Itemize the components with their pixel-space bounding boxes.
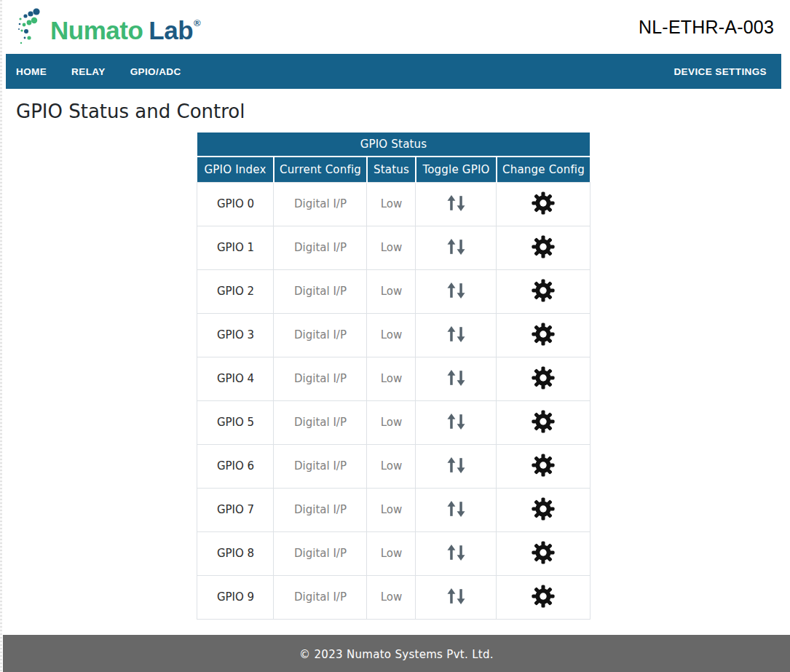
toggle-gpio-button[interactable] <box>444 193 468 213</box>
gpio-index-cell: GPIO 3 <box>197 313 274 357</box>
toggle-gpio-button[interactable] <box>444 280 468 301</box>
current-config-cell: Digital I/P <box>274 313 367 357</box>
up-down-arrows-icon <box>446 194 467 212</box>
gpio-index-cell: GPIO 6 <box>197 444 274 488</box>
toggle-gpio-cell <box>416 226 497 269</box>
toggle-gpio-cell <box>416 444 497 488</box>
toggle-gpio-button[interactable] <box>444 324 468 344</box>
current-config-cell: Digital I/P <box>274 182 367 226</box>
nav-left-group: HOME RELAY GPIO/ADC <box>16 66 181 77</box>
gpio-status-table: GPIO Status GPIO Index Current Config St… <box>197 133 590 620</box>
site-header: NumatoLab® NL-ETHR-A-003 <box>0 0 790 54</box>
toggle-gpio-cell <box>416 575 497 619</box>
up-down-arrows-icon <box>446 238 467 256</box>
up-down-arrows-icon <box>446 369 467 387</box>
main-navbar: HOME RELAY GPIO/ADC DEVICE SETTINGS <box>6 54 781 89</box>
table-row: GPIO 2 Digital I/P Low <box>197 269 590 313</box>
change-config-cell <box>497 575 590 619</box>
current-config-cell: Digital I/P <box>274 531 367 575</box>
toggle-gpio-button[interactable] <box>444 368 468 388</box>
table-caption: GPIO Status <box>197 133 590 157</box>
toggle-gpio-cell <box>416 400 497 444</box>
nav-item-gpio-adc[interactable]: GPIO/ADC <box>130 66 181 77</box>
current-config-cell: Digital I/P <box>274 269 367 313</box>
gpio-index-cell: GPIO 9 <box>197 575 274 619</box>
change-config-cell <box>497 357 590 400</box>
registered-trademark-symbol: ® <box>194 17 200 28</box>
gear-icon <box>531 365 556 391</box>
toggle-gpio-cell <box>416 313 497 357</box>
nav-item-device-settings[interactable]: DEVICE SETTINGS <box>674 66 767 77</box>
current-config-cell: Digital I/P <box>274 488 367 531</box>
table-row: GPIO 7 Digital I/P Low <box>197 488 590 531</box>
gpio-table-body: GPIO 0 Digital I/P Low <box>197 182 590 619</box>
status-cell: Low <box>367 531 416 575</box>
column-header-toggle-gpio: Toggle GPIO <box>416 157 497 182</box>
change-config-button[interactable] <box>529 407 557 436</box>
gpio-index-cell: GPIO 5 <box>197 400 274 444</box>
toggle-gpio-cell <box>416 488 497 531</box>
change-config-button[interactable] <box>529 276 557 305</box>
table-row: GPIO 0 Digital I/P Low <box>197 182 590 226</box>
up-down-arrows-icon <box>446 544 467 561</box>
numato-lab-logo[interactable]: NumatoLab® <box>16 5 200 49</box>
toggle-gpio-button[interactable] <box>444 499 468 519</box>
gear-icon <box>531 190 556 216</box>
toggle-gpio-button[interactable] <box>444 542 468 563</box>
gear-icon <box>531 321 556 347</box>
change-config-button[interactable] <box>529 363 557 392</box>
status-cell: Low <box>367 575 416 619</box>
change-config-cell <box>497 531 590 575</box>
change-config-button[interactable] <box>529 232 557 261</box>
status-cell: Low <box>367 488 416 531</box>
change-config-cell <box>497 226 590 269</box>
copyright-text: © 2023 Numato Systems Pvt. Ltd. <box>299 648 494 661</box>
status-cell: Low <box>367 226 416 269</box>
toggle-gpio-button[interactable] <box>444 586 468 606</box>
device-model-label: NL-ETHR-A-003 <box>639 17 774 38</box>
status-cell: Low <box>367 357 416 400</box>
change-config-cell <box>497 313 590 357</box>
gear-icon <box>531 408 556 435</box>
table-row: GPIO 3 Digital I/P Low <box>197 313 590 357</box>
toggle-gpio-button[interactable] <box>444 411 468 432</box>
toggle-gpio-cell <box>416 531 497 575</box>
gpio-index-cell: GPIO 0 <box>197 182 274 226</box>
nav-item-home[interactable]: HOME <box>16 66 47 77</box>
toggle-gpio-button[interactable] <box>444 237 468 257</box>
window-edge-artifact <box>0 0 2 672</box>
gear-icon <box>531 496 556 522</box>
change-config-button[interactable] <box>529 494 557 523</box>
up-down-arrows-icon <box>446 282 467 299</box>
change-config-button[interactable] <box>529 582 557 611</box>
up-down-arrows-icon <box>446 325 467 343</box>
status-cell: Low <box>367 400 416 444</box>
change-config-button[interactable] <box>529 451 557 480</box>
logo-wordmark: NumatoLab® <box>50 5 200 49</box>
logo-word-numato: Numato <box>50 16 143 44</box>
change-config-button[interactable] <box>529 538 557 567</box>
toggle-gpio-cell <box>416 269 497 313</box>
current-config-cell: Digital I/P <box>274 357 367 400</box>
current-config-cell: Digital I/P <box>274 226 367 269</box>
gear-icon <box>531 452 556 478</box>
gear-icon <box>531 583 556 609</box>
column-header-current-config: Current Config <box>274 157 367 182</box>
table-row: GPIO 9 Digital I/P Low <box>197 575 590 619</box>
toggle-gpio-cell <box>416 182 497 226</box>
status-cell: Low <box>367 444 416 488</box>
column-header-status: Status <box>367 157 416 182</box>
gear-icon <box>531 277 556 304</box>
table-row: GPIO 6 Digital I/P Low <box>197 444 590 488</box>
nav-item-relay[interactable]: RELAY <box>71 66 106 77</box>
change-config-button[interactable] <box>529 320 557 349</box>
table-row: GPIO 4 Digital I/P Low <box>197 357 590 400</box>
page-title: GPIO Status and Control <box>16 100 781 122</box>
toggle-gpio-button[interactable] <box>444 455 468 475</box>
page-root: NumatoLab® NL-ETHR-A-003 HOME RELAY GPIO… <box>0 0 790 672</box>
change-config-cell <box>497 182 590 226</box>
up-down-arrows-icon <box>446 588 467 605</box>
status-cell: Low <box>367 182 416 226</box>
gpio-index-cell: GPIO 4 <box>197 357 274 400</box>
change-config-button[interactable] <box>529 189 557 218</box>
